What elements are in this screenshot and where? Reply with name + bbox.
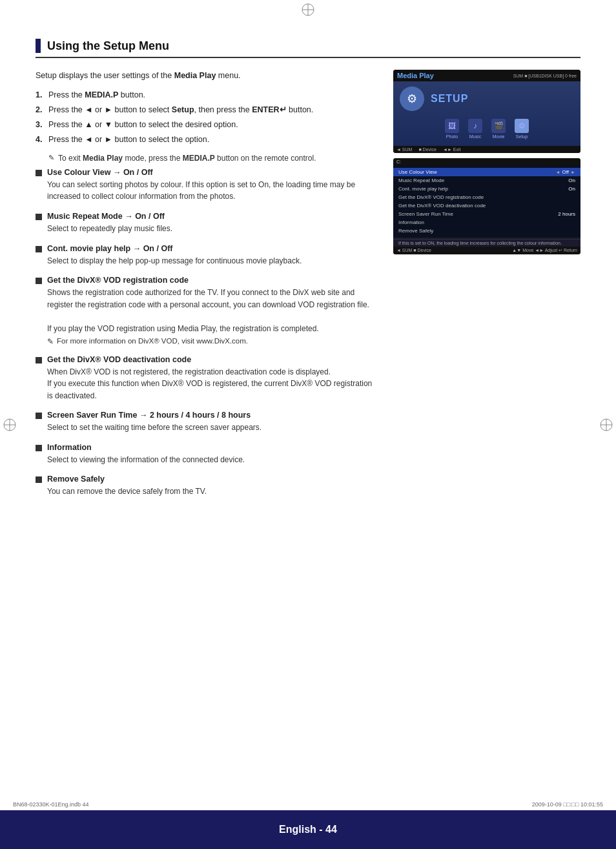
setup-big: ⚙ SETUP [400,87,574,111]
screen1-icon-row: 🖼 Photo ♪ Music 🎬 Movie [400,119,574,139]
photo-icon: 🖼 [445,119,459,133]
menu-row-cont-movie: Cont. movie play help On [393,185,580,193]
gear-icon: ⚙ [400,87,424,111]
meta-left: BN68-02330K-01Eng.indb 44 [13,801,89,808]
page-footer: English - 44 [0,810,616,849]
bullet-icon [36,246,42,252]
meta-right: 2009-10-09 □□:□□ 10:01:55 [532,801,603,808]
step-3: 3. Press the ▲ or ▼ button to select the… [36,118,378,131]
bullet-information: Information Select to viewing the inform… [36,443,378,466]
bullet-divx-deact: Get the DivX® VOD deactivation code When… [36,355,378,402]
step-2: 2. Press the ◄ or ► button to select Set… [36,103,378,116]
movie-icon: 🎬 [491,119,506,133]
menu-row-divx-deact: Get the DivX® VOD deactivation code [393,201,580,210]
intro-description: Setup displays the user settings of the … [36,70,378,82]
divx-note: ✎ For more information on DivX® VOD, vis… [47,337,378,346]
step-4: 4. Press the ◄ or ► button to select the… [36,133,378,146]
bullet-icon [36,357,42,363]
music-icon: ♪ [468,119,482,133]
page-title: Using the Setup Menu [47,39,169,53]
steps-list: 1. Press the MEDIA.P button. 2. Press th… [36,88,378,146]
bullet-remove-safely: Remove Safely You can remove the device … [36,475,378,498]
screen-media-play: Media Play SUM ■ [USB1DISK USB] 0 free ⚙… [393,70,580,153]
main-content: Using the Setup Menu Setup displays the … [0,0,616,558]
step-1: 1. Press the MEDIA.P button. [36,88,378,101]
image-column: Media Play SUM ■ [USB1DISK USB] 0 free ⚙… [393,70,580,507]
screen-setup-menu: C: Use Colour View ◄ Off ► Music Repeat … [393,158,580,254]
bullet-cont-movie: Cont. movie play help → On / Off Select … [36,244,378,267]
setup-icon: ⚙ [515,119,529,133]
screen1-footer: ◄ SUM ■ Device ◄► Exit [393,146,580,153]
bullet-screen-saver: Screen Saver Run Time → 2 hours / 4 hour… [36,411,378,434]
bullet-music-repeat: Music Repeat Mode → On / Off Select to r… [36,212,378,235]
menu-row-remove: Remove Safely [393,227,580,235]
bullet-icon [36,476,42,483]
screen2-body: Use Colour View ◄ Off ► Music Repeat Mod… [393,165,580,238]
menu-row-colour-view: Use Colour View ◄ Off ► [393,168,580,176]
menu-row-screen-saver: Screen Saver Run Time 2 hours [393,210,580,218]
icon-photo: 🖼 Photo [445,119,459,139]
text-column: Setup displays the user settings of the … [36,70,378,507]
screen1-body: ⚙ SETUP 🖼 Photo ♪ Music [393,81,580,146]
menu-row-music-repeat: Music Repeat Mode On [393,176,580,185]
note-exit: ✎ To exit Media Play mode, press the MED… [36,154,378,163]
bullet-icon [36,214,42,220]
screen2-note: If this is set to ON, the loading time i… [393,239,580,247]
bullet-icon [36,170,42,176]
heading-bar [36,39,41,53]
note-icon: ✎ [48,154,54,163]
reg-mark-left [3,418,17,432]
bullet-icon [36,445,42,451]
bullet-colour-view: Use Colour View → On / Off You can selec… [36,168,378,203]
section-heading: Using the Setup Menu [36,39,580,58]
screen2-footer: ◄ SUM ■ Device ▲▼ Move ◄► Adjust ↵ Retur… [393,247,580,254]
screen2-header: C: [393,158,580,165]
meta-bar: BN68-02330K-01Eng.indb 44 2009-10-09 □□:… [0,799,616,810]
footer-text: English - 44 [279,824,337,835]
tv-screens: Media Play SUM ■ [USB1DISK USB] 0 free ⚙… [393,70,580,254]
reg-mark-right [599,418,613,432]
menu-row-divx-reg: Get the DivX® VOD registration code [393,193,580,201]
icon-setup: ⚙ Setup [515,119,529,139]
icon-movie: 🎬 Movie [491,119,506,139]
bullet-icon [36,413,42,419]
menu-row-info: Information [393,218,580,227]
bullet-divx-reg: Get the DivX® VOD registration code Show… [36,276,378,345]
two-col-layout: Setup displays the user settings of the … [36,70,580,507]
screen1-header: Media Play SUM ■ [USB1DISK USB] 0 free [393,70,580,81]
bullet-icon [36,278,42,284]
setup-label: SETUP [431,93,468,105]
reg-mark-top [301,3,315,17]
icon-music: ♪ Music [468,119,482,139]
